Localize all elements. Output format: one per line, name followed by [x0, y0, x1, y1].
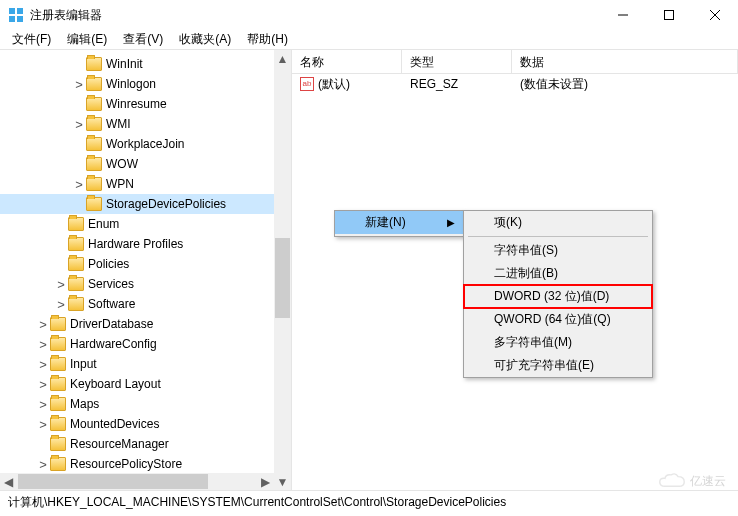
tree-item[interactable]: >ResourcePolicyStore [0, 454, 291, 474]
tree-item[interactable]: ·Hardware Profiles [0, 234, 291, 254]
folder-icon [50, 317, 66, 331]
expand-icon[interactable]: > [72, 178, 86, 191]
close-button[interactable] [692, 0, 738, 30]
status-path: 计算机\HKEY_LOCAL_MACHINE\SYSTEM\CurrentCon… [8, 494, 506, 511]
folder-icon [68, 257, 84, 271]
tree-item[interactable]: ·WorkplaceJoin [0, 134, 291, 154]
expand-icon[interactable]: > [36, 378, 50, 391]
scroll-up-arrow[interactable]: ▲ [274, 50, 291, 67]
scroll-down-arrow[interactable]: ▼ [274, 473, 291, 490]
tree-item[interactable]: >WMI [0, 114, 291, 134]
value-data: (数值未设置) [512, 76, 738, 93]
tree-item-label: WOW [106, 157, 138, 171]
context-menu-new[interactable]: 新建(N) ▶ [335, 211, 463, 234]
tree-item[interactable]: >Maps [0, 394, 291, 414]
title-bar: 注册表编辑器 [0, 0, 738, 30]
menu-favorites[interactable]: 收藏夹(A) [171, 29, 239, 50]
tree-item[interactable]: >HardwareConfig [0, 334, 291, 354]
tree-item[interactable]: ·WOW [0, 154, 291, 174]
tree-item[interactable]: >Services [0, 274, 291, 294]
tree-item[interactable]: >Keyboard Layout [0, 374, 291, 394]
scroll-left-arrow[interactable]: ◀ [0, 473, 17, 490]
menu-file[interactable]: 文件(F) [4, 29, 59, 50]
folder-icon [86, 77, 102, 91]
expand-icon[interactable]: > [36, 318, 50, 331]
tree-item-label: Services [88, 277, 134, 291]
tree-item[interactable]: ·StorageDevicePolicies [0, 194, 291, 214]
tree-item[interactable]: >Input [0, 354, 291, 374]
watermark: 亿速云 [658, 472, 726, 490]
tree-item-label: Policies [88, 257, 129, 271]
menu-view[interactable]: 查看(V) [115, 29, 171, 50]
tree-item[interactable]: ·ResourceManager [0, 434, 291, 454]
submenu-expandstring[interactable]: 可扩充字符串值(E) [464, 354, 652, 377]
submenu-arrow-icon: ▶ [447, 217, 455, 228]
submenu-qword64[interactable]: QWORD (64 位)值(Q) [464, 308, 652, 331]
expand-icon[interactable]: > [36, 398, 50, 411]
expand-icon[interactable]: > [54, 278, 68, 291]
value-name: ab(默认) [292, 76, 402, 93]
tree-item[interactable]: ·WinInit [0, 54, 291, 74]
submenu-key[interactable]: 项(K) [464, 211, 652, 234]
minimize-button[interactable] [600, 0, 646, 30]
menu-separator [468, 236, 648, 237]
menu-edit[interactable]: 编辑(E) [59, 29, 115, 50]
expand-icon[interactable]: > [36, 458, 50, 471]
expand-icon[interactable]: > [72, 78, 86, 91]
folder-icon [50, 437, 66, 451]
tree-item-label: StorageDevicePolicies [106, 197, 226, 211]
folder-icon [68, 297, 84, 311]
tree-vertical-scrollbar[interactable]: ▲ ▼ [274, 50, 291, 490]
tree-item-label: Enum [88, 217, 119, 231]
submenu-binary[interactable]: 二进制值(B) [464, 262, 652, 285]
tree-item-label: Winlogon [106, 77, 156, 91]
folder-icon [86, 157, 102, 171]
folder-icon [86, 137, 102, 151]
tree-item[interactable]: ·Policies [0, 254, 291, 274]
expand-icon[interactable]: > [54, 298, 68, 311]
tree-item[interactable]: >MountedDevices [0, 414, 291, 434]
tree-item[interactable]: >WPN [0, 174, 291, 194]
tree-item[interactable]: ·Enum [0, 214, 291, 234]
list-item[interactable]: ab(默认) REG_SZ (数值未设置) [292, 74, 738, 94]
submenu-dword32[interactable]: DWORD (32 位)值(D) [464, 285, 652, 308]
window-controls [600, 0, 738, 30]
svg-rect-3 [17, 16, 23, 22]
app-icon [8, 7, 24, 23]
expand-icon[interactable]: > [36, 358, 50, 371]
col-header-type[interactable]: 类型 [402, 50, 512, 73]
submenu-multistring[interactable]: 多字符串值(M) [464, 331, 652, 354]
folder-icon [50, 417, 66, 431]
context-menu[interactable]: 新建(N) ▶ 项(K) 字符串值(S) 二进制值(B) DWORD (32 位… [334, 210, 464, 237]
tree-item[interactable]: >Winlogon [0, 74, 291, 94]
maximize-button[interactable] [646, 0, 692, 30]
scroll-right-arrow[interactable]: ▶ [257, 473, 274, 490]
expand-icon[interactable]: > [36, 338, 50, 351]
folder-icon [86, 117, 102, 131]
registry-tree[interactable]: ·WinInit>Winlogon·Winresume>WMI·Workplac… [0, 50, 291, 490]
folder-icon [86, 97, 102, 111]
expand-icon[interactable]: > [72, 118, 86, 131]
expand-icon[interactable]: > [36, 418, 50, 431]
folder-icon [50, 357, 66, 371]
tree-horizontal-scrollbar[interactable]: ◀ ▶ [0, 473, 274, 490]
scroll-thumb-h[interactable] [18, 474, 208, 489]
scroll-thumb[interactable] [275, 238, 290, 318]
submenu-string[interactable]: 字符串值(S) [464, 239, 652, 262]
context-submenu-new[interactable]: 项(K) 字符串值(S) 二进制值(B) DWORD (32 位)值(D) QW… [463, 210, 653, 378]
tree-item-label: WorkplaceJoin [106, 137, 184, 151]
tree-item-label: Maps [70, 397, 99, 411]
col-header-data[interactable]: 数据 [512, 50, 738, 73]
tree-item[interactable]: >Software [0, 294, 291, 314]
tree-item-label: Hardware Profiles [88, 237, 183, 251]
tree-item-label: WMI [106, 117, 131, 131]
tree-item[interactable]: >DriverDatabase [0, 314, 291, 334]
tree-item[interactable]: ·Winresume [0, 94, 291, 114]
string-icon: ab [300, 77, 314, 91]
menu-help[interactable]: 帮助(H) [239, 29, 296, 50]
tree-item-label: WinInit [106, 57, 143, 71]
col-header-name[interactable]: 名称 [292, 50, 402, 73]
menu-bar: 文件(F) 编辑(E) 查看(V) 收藏夹(A) 帮助(H) [0, 30, 738, 50]
folder-icon [50, 397, 66, 411]
folder-icon [50, 337, 66, 351]
